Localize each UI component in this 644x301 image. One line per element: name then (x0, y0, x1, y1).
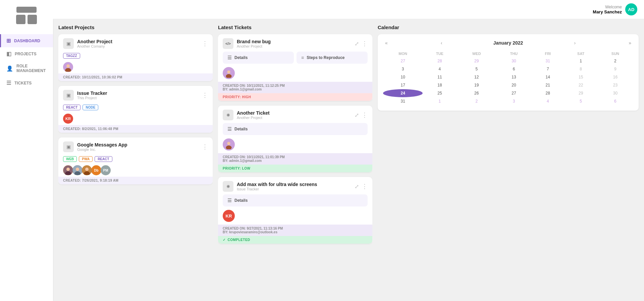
details-icon-3: ☰ (227, 198, 232, 203)
cal-day-3-5[interactable]: 22 (565, 81, 597, 89)
cal-day-3-4[interactable]: 21 (531, 81, 564, 89)
cal-day-4-6[interactable]: 30 (597, 89, 633, 97)
cal-day-5-1[interactable]: 1 (423, 97, 457, 105)
cal-day-4-2[interactable]: 26 (457, 89, 496, 97)
details-box-1: ☰ Details (223, 52, 294, 64)
cal-day-5-6[interactable]: 6 (597, 97, 633, 105)
cal-day-2-4[interactable]: 14 (531, 73, 564, 81)
sidebar-item-tickets[interactable]: ☰ TICKETS (0, 76, 53, 89)
cal-next-btn[interactable]: › (572, 40, 578, 46)
project-card-2: ▣ Issue Tracker This Project ⋮ REACT NOD… (58, 86, 213, 133)
cal-day-4-5[interactable]: 29 (565, 89, 597, 97)
ticket-icon-2: ✺ (223, 110, 233, 120)
cal-day-1-3[interactable]: 6 (496, 65, 531, 73)
user-avatar[interactable]: AD (625, 3, 637, 15)
cal-day-2-6[interactable]: 16 (597, 73, 633, 81)
project-title-group-2: ▣ Issue Tracker This Project (63, 90, 107, 101)
project-title-group-3: ▣ Google Messages App Google Inc. (63, 141, 127, 152)
logo (16, 7, 37, 24)
ticket-avatar-3: KR (223, 210, 235, 222)
cal-day-2-0[interactable]: 10 (383, 73, 423, 81)
avatar-photo-1 (63, 62, 73, 72)
welcome-text: Welcome (593, 5, 622, 9)
tag-pwa: PWA (79, 156, 93, 162)
project-icon-2: ▣ (63, 90, 74, 101)
project-menu-btn-2[interactable]: ⋮ (202, 92, 208, 98)
ticket-actions-1: ⤢ ⋮ (355, 41, 368, 47)
ticket-menu-btn-1[interactable]: ⋮ (362, 41, 368, 47)
ticket-expand-btn-2[interactable]: ⤢ (355, 112, 359, 118)
cal-day-1-4[interactable]: 7 (531, 65, 564, 73)
details-icon-2: ☰ (227, 126, 232, 132)
cal-day-3-2[interactable]: 19 (457, 81, 496, 89)
cal-day-3-1[interactable]: 18 (423, 81, 457, 89)
cal-day-0-1[interactable]: 28 (423, 57, 457, 65)
project-title-group-1: ▣ Another Project Another Comany (63, 38, 112, 49)
cal-day-0-0[interactable]: 27 (383, 57, 423, 65)
cal-day-2-1[interactable]: 11 (423, 73, 457, 81)
cal-day-5-3[interactable]: 3 (496, 97, 531, 105)
cal-day-1-2[interactable]: 5 (457, 65, 496, 73)
ticket-name-3: Add max with for ultra wide screens (237, 182, 317, 187)
ticket-expand-btn-1[interactable]: ⤢ (355, 41, 359, 47)
ticket-name-1: Brand new bug (237, 39, 271, 44)
sidebar: ⊞ DASHBOARD ◧ PROJECTS 👤 ROLE MANAGEMENT… (0, 0, 53, 301)
cal-day-5-0[interactable]: 31 (383, 97, 423, 105)
ticket-card-3: ✺ Add max with for ultra wide screens Is… (218, 177, 372, 244)
ticket-menu-btn-2[interactable]: ⋮ (362, 112, 368, 118)
cal-day-2-3[interactable]: 13 (496, 73, 531, 81)
ticket-name-2: Another Ticket (237, 110, 270, 116)
ticket-title-group-2: ✺ Another Ticket Another Project (223, 110, 270, 120)
cal-prev-btn[interactable]: ‹ (439, 40, 444, 46)
cal-day-3-6[interactable]: 23 (597, 81, 633, 89)
cal-prev-prev-btn[interactable]: « (383, 40, 390, 46)
project-avatars-1 (58, 61, 213, 73)
cal-week-2: 10111213141516 (383, 73, 633, 81)
details-box-3: ☰ Details (223, 194, 368, 206)
ticket-icon-1: </> (223, 38, 233, 49)
project-menu-btn-1[interactable]: ⋮ (202, 41, 208, 47)
cal-day-0-2[interactable]: 29 (457, 57, 496, 65)
cal-day-5-5[interactable]: 5 (565, 97, 597, 105)
ticket-avatar-2 (223, 138, 235, 150)
tag-react-2: REACT (95, 156, 112, 162)
project-info-3: Google Messages App Google Inc. (77, 142, 127, 152)
cal-day-1-1[interactable]: 4 (423, 65, 457, 73)
tag-react: REACT (63, 105, 80, 110)
cal-day-5-2[interactable]: 2 (457, 97, 496, 105)
details-label-2: Details (234, 127, 248, 131)
cal-day-4-4[interactable]: 28 (531, 89, 564, 97)
ticket-menu-btn-3[interactable]: ⋮ (362, 183, 368, 189)
cal-day-1-0[interactable]: 3 (383, 65, 423, 73)
project-menu-btn-3[interactable]: ⋮ (202, 144, 208, 150)
cal-day-2-5[interactable]: 15 (565, 73, 597, 81)
sidebar-item-projects[interactable]: ◧ PROJECTS (0, 47, 53, 60)
cal-day-1-6[interactable]: 9 (597, 65, 633, 73)
ticket-info-1: Brand new bug Another Project (237, 39, 271, 48)
ticket-title-group-1: </> Brand new bug Another Project (223, 38, 271, 49)
completed-label: COMPLETED (228, 238, 250, 242)
avatar-kr: KR (63, 114, 73, 124)
cal-day-0-4[interactable]: 31 (531, 57, 564, 65)
cal-day-0-6[interactable]: 2 (597, 57, 633, 65)
project-company-2: This Project (77, 96, 107, 100)
ticket-actions-3: ⤢ ⋮ (355, 183, 368, 190)
cal-day-0-3[interactable]: 30 (496, 57, 531, 65)
content-area: Latest Projects ▣ Another Project Anothe… (53, 19, 644, 301)
cal-day-4-3[interactable]: 27 (496, 89, 531, 97)
cal-day-1-5[interactable]: 8 (565, 65, 597, 73)
cal-day-4-1[interactable]: 25 (423, 89, 457, 97)
sidebar-item-role-management[interactable]: 👤 ROLE MANAGEMENT (0, 60, 53, 76)
tag-node: NODE (83, 105, 98, 110)
sidebar-item-dashboard[interactable]: ⊞ DASHBOARD (0, 34, 53, 47)
calendar-day-headers: MON TUE WED THU FRI SAT SUN (383, 50, 633, 57)
cal-day-0-5[interactable]: 1 (565, 57, 597, 65)
cal-day-3-0[interactable]: 17 (383, 81, 423, 89)
cal-day-3-3[interactable]: 20 (496, 81, 531, 89)
cal-day-5-4[interactable]: 4 (531, 97, 564, 105)
ticket-expand-btn-3[interactable]: ⤢ (355, 183, 359, 190)
cal-next-next-btn[interactable]: » (627, 40, 633, 46)
cal-day-4-0[interactable]: 24 (383, 89, 423, 97)
cal-day-2-2[interactable]: 12 (457, 73, 496, 81)
project-company-1: Another Comany (77, 44, 112, 48)
